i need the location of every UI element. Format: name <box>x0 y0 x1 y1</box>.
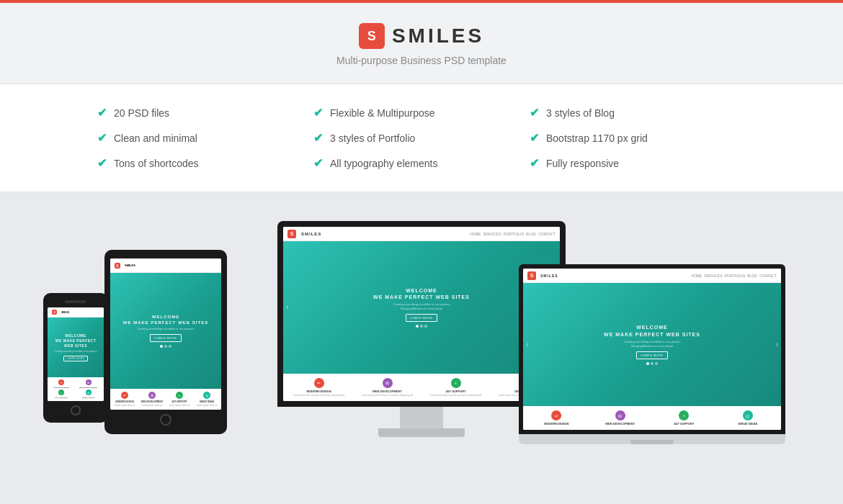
mini-nav-link: BLOG <box>526 232 536 236</box>
mini-feature-text-3: Lorem ipsum dolor sit amet consectetur a… <box>423 394 489 397</box>
mini-feature-title-p1: MODERN DESIGN <box>48 387 74 389</box>
mini-feature-text-t3: Lorem ipsum dolor sit <box>166 404 192 407</box>
mini-feature-title-l4: GREAT IDEAS <box>718 422 779 426</box>
mini-feature-icon-l2: ⊞ <box>615 410 625 420</box>
mini-feature-title-l1: MODERN DESIGN <box>526 422 587 426</box>
mini-hero-title-phone: WELCOMEWE MAKE PERFECTWEB SITES <box>55 333 96 348</box>
mini-feature-icon-t3: + <box>176 392 183 399</box>
mini-feature-text-t2: Lorem ipsum dolor sit <box>139 404 165 407</box>
check-icon-3: ✔ <box>97 156 107 170</box>
devices-container: S SMILES HOME SERVICES PORTFOLIO BLOG CO… <box>0 221 843 504</box>
header: S SMILES Multi-purpose Business PSD temp… <box>0 3 843 84</box>
mini-feature-icon-l1: ✏ <box>551 410 561 420</box>
mini-feature-p1: ✏ MODERN DESIGN <box>48 379 74 389</box>
mini-feature-t1: ✏ MODERN DESIGN Lorem ipsum dolor sit <box>112 392 138 407</box>
mini-feature-text-1: Lorem ipsum dolor sit amet consectetur a… <box>286 394 352 397</box>
mini-hero-title-laptop: WELCOMEWE MAKE PERFECT WEB SITES <box>604 324 700 338</box>
mini-logo-tablet: S <box>115 263 120 269</box>
feature-item-4: ✔ Flexible & Multipurpose <box>313 106 530 120</box>
mini-nav-link: HOME <box>470 232 481 236</box>
feature-item-9: ✔ Fully responsive <box>530 156 746 170</box>
mini-nav-link: PORTFOLIO <box>503 232 524 236</box>
mini-feature-icon-p2: ⊞ <box>86 379 92 385</box>
mini-feature-text-t4: Lorem ipsum dolor sit <box>194 404 220 407</box>
mini-site-phone: S SMILES WELCOMEWE MAKE PERFECTWEB SITES… <box>48 307 104 401</box>
mini-hero-sub-monitor: Creating something incredible is our pas… <box>393 302 450 311</box>
dot2 <box>420 325 423 328</box>
mini-nav-text-tablet: SMILES <box>125 264 135 267</box>
mini-nav-link-laptop: SERVICES <box>704 274 722 278</box>
mini-nav-links-monitor: HOME SERVICES PORTFOLIO BLOG CONTACT <box>470 232 556 236</box>
mini-feature-title-3: 24/7 SUPPORT <box>423 390 489 393</box>
mini-logo-laptop: S <box>527 271 536 280</box>
mini-feature-t4: ◎ GREAT IDEAS Lorem ipsum dolor sit <box>194 392 220 407</box>
mini-dots-monitor <box>416 325 427 328</box>
mini-dots-tablet <box>160 345 171 348</box>
mini-feature-t3: + 24/7 SUPPORT Lorem ipsum dolor sit <box>166 392 192 407</box>
mini-feature-p2: ⊞ WEB DEVELOPMENT <box>75 379 101 389</box>
mini-feature-3: + 24/7 SUPPORT Lorem ipsum dolor sit ame… <box>423 378 489 397</box>
mini-nav-link: SERVICES <box>483 232 501 236</box>
mini-feature-icon-l4: ◎ <box>743 410 753 420</box>
mini-nav-monitor: S SMILES HOME SERVICES PORTFOLIO BLOG CO… <box>283 227 560 241</box>
mini-nav-link-laptop: PORTFOLIO <box>724 274 745 278</box>
phone-screen: S SMILES WELCOMEWE MAKE PERFECTWEB SITES… <box>48 307 104 401</box>
mini-feature-1: ✏ MODERN DESIGN Lorem ipsum dolor sit am… <box>286 378 352 397</box>
mini-feature-title-p2: WEB DEVELOPMENT <box>75 387 101 389</box>
check-icon-4: ✔ <box>313 106 323 120</box>
tablet: S SMILES WELCOMEWE MAKE PERFECT WEB SITE… <box>104 250 227 434</box>
phone: S SMILES WELCOMEWE MAKE PERFECTWEB SITES… <box>43 293 108 423</box>
check-icon-2: ✔ <box>97 131 107 145</box>
mini-arrow-right-laptop: › <box>776 341 778 348</box>
mini-features-laptop: ✏ MODERN DESIGN ⊞ WEB DEVELOPMENT + 24/7… <box>523 406 781 430</box>
mini-feature-l3: + 24/7 SUPPORT <box>654 410 715 426</box>
mini-feature-icon-p1: ✏ <box>58 379 64 385</box>
dot-l2 <box>651 362 654 365</box>
logo-text: SMILES <box>392 24 484 48</box>
phone-speaker <box>65 300 86 303</box>
mini-feature-icon-t2: ⊞ <box>148 392 156 399</box>
tablet-outer: S SMILES WELCOMEWE MAKE PERFECT WEB SITE… <box>104 250 227 434</box>
phone-home-button <box>71 405 81 415</box>
monitor-base-foot <box>378 428 465 437</box>
mini-feature-title-t3: 24/7 SUPPORT <box>166 400 192 403</box>
mini-site-laptop: S SMILES HOME SERVICES PORTFOLIO BLOG CO… <box>523 269 781 430</box>
feature-label-1: 20 PSD files <box>114 107 169 119</box>
feature-item-6: ✔ All typography elements <box>313 156 530 170</box>
mini-btn-tablet: LEARN MORE <box>150 334 181 342</box>
mini-feature-icon-3: + <box>451 378 461 388</box>
mini-feature-title-1: MODERN DESIGN <box>286 390 352 393</box>
mini-nav-link: CONTACT <box>538 232 556 236</box>
tablet-screen: S SMILES WELCOMEWE MAKE PERFECT WEB SITE… <box>110 258 221 410</box>
logo-icon: S <box>359 23 385 49</box>
mini-nav-laptop: S SMILES HOME SERVICES PORTFOLIO BLOG CO… <box>523 269 781 283</box>
mini-nav-text-monitor: SMILES <box>301 232 321 236</box>
mini-feature-title-l2: WEB DEVELOPMENT <box>590 422 651 426</box>
dot-t1 <box>160 345 163 348</box>
dot1 <box>416 325 419 328</box>
feature-item-3: ✔ Tons of shortcodes <box>97 156 313 170</box>
mini-btn-laptop: LEARN MORE <box>636 351 667 359</box>
mini-feature-title-t2: WEB DEVELOPMENT <box>139 400 165 403</box>
mini-hero-sub-laptop: Creating something incredible is our pas… <box>624 340 681 348</box>
mini-feature-icon-t4: ◎ <box>203 392 210 399</box>
check-icon-1: ✔ <box>97 106 107 120</box>
mini-feature-title-2: WEB DEVELOPMENT <box>354 390 420 393</box>
mini-logo-phone: S <box>52 310 57 315</box>
mini-nav-tablet: S SMILES <box>110 258 221 273</box>
feature-item-7: ✔ 3 styles of Blog <box>530 106 746 120</box>
mini-nav-link-laptop: BLOG <box>747 274 757 278</box>
mini-feature-text-t1: Lorem ipsum dolor sit <box>112 404 138 407</box>
feature-label-6: All typography elements <box>330 158 437 169</box>
laptop-base <box>519 434 785 444</box>
mini-feature-t2: ⊞ WEB DEVELOPMENT Lorem ipsum dolor sit <box>139 392 165 407</box>
mini-feature-title-t4: GREAT IDEAS <box>194 400 220 403</box>
laptop: S SMILES HOME SERVICES PORTFOLIO BLOG CO… <box>519 264 785 444</box>
mini-hero-title-monitor: WELCOMEWE MAKE PERFECT WEB SITES <box>373 287 470 302</box>
feature-label-2: Clean and minimal <box>114 132 197 144</box>
subtitle: Multi-purpose Business PSD template <box>0 55 843 66</box>
mini-feature-title-p3: 24/7 SUPPORT <box>48 397 74 399</box>
laptop-screen: S SMILES HOME SERVICES PORTFOLIO BLOG CO… <box>523 269 781 430</box>
check-icon-6: ✔ <box>313 156 323 170</box>
mini-btn-monitor: LEARN MORE <box>406 314 437 322</box>
